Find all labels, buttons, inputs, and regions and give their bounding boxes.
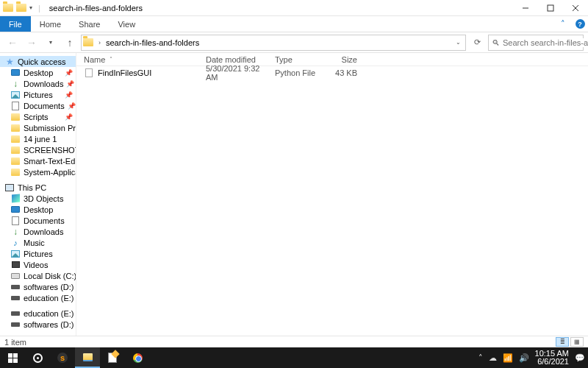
sidebar-header-label: This PC [18,183,46,192]
sidebar-item-this-pc[interactable]: Documents [0,215,76,226]
refresh-button[interactable]: ⟳ [469,35,485,51]
navigation-pane[interactable]: ★ Quick access Desktop📌↓Downloads📌Pictur… [0,53,76,336]
folder-icon [10,124,21,132]
taskbar-clock[interactable]: 10:15 AM 6/6/2021 [535,350,569,366]
folder-icon [10,135,21,144]
folder-icon [10,157,21,166]
sidebar-item-quick-access[interactable]: SCREENSHOTS [0,144,76,155]
sidebar-item-this-pc[interactable]: Videos [0,259,76,270]
sidebar-item-drive[interactable]: softwares (D:) [0,319,76,330]
search-box[interactable]: 🔍︎ [488,35,584,51]
address-bar[interactable]: › search-in-files-and-folders ⌄ [81,35,466,51]
window-title: search-in-files-and-folders [49,4,143,13]
sidebar-item-quick-access[interactable]: Desktop📌 [0,67,76,78]
taskbar-chrome[interactable] [125,347,150,368]
view-details-button[interactable]: ≣ [556,337,569,347]
sidebar-item-quick-access[interactable]: ↓Downloads📌 [0,78,76,89]
sidebar-item-this-pc[interactable]: ♪Music [0,237,76,248]
sidebar-network[interactable]: Network [0,334,76,336]
videos-icon [10,261,21,269]
tray-volume-icon[interactable]: 🔊 [519,353,529,363]
minimize-button[interactable] [513,0,538,16]
tab-view[interactable]: View [109,16,144,32]
column-date[interactable]: Date modified [198,55,268,64]
sidebar-item-quick-access[interactable]: Documents📌 [0,100,76,111]
svg-rect-1 [548,5,553,11]
cortana-icon [33,353,43,363]
taskbar[interactable]: s ˄ ☁ 📶 🔊 10:15 AM 6/6/2021 💬 [0,347,588,368]
nav-back-button[interactable]: ← [4,35,21,51]
tab-home[interactable]: Home [31,16,70,32]
taskbar-cortana[interactable] [25,347,50,368]
maximize-button[interactable] [538,0,563,16]
file-explorer-icon [83,353,93,361]
file-row[interactable]: FindInFilesGUI5/30/2021 9:32 AMPython Fi… [76,66,588,79]
sidebar-item-quick-access[interactable]: 14 june 1 [0,133,76,144]
sidebar-item-label: Desktop [24,68,53,77]
address-path[interactable]: search-in-files-and-folders [106,38,450,47]
taskbar-notepad[interactable] [100,347,125,368]
sidebar-item-quick-access[interactable]: Scripts📌 [0,111,76,122]
address-history-dropdown[interactable]: ⌄ [453,39,464,46]
sidebar-item-this-pc[interactable]: softwares (D:) [0,281,76,292]
sort-indicator-icon: ˄ [110,56,112,63]
sidebar-quick-access[interactable]: ★ Quick access [0,56,76,67]
pin-icon: 📌 [66,80,74,88]
sidebar-header-label: Network [18,336,47,336]
disk-icon [10,272,21,280]
sidebar-item-quick-access[interactable]: Pictures📌 [0,89,76,100]
sidebar-item-label: Music [24,238,45,247]
view-large-icons-button[interactable]: ▦ [570,337,584,347]
pin-icon: 📌 [65,69,73,77]
column-headers[interactable]: Name ˄ Date modified Type Size [76,53,588,66]
column-type[interactable]: Type [268,55,320,64]
nav-forward-button[interactable]: → [24,35,40,51]
tray-wifi-icon[interactable]: 📶 [503,353,513,363]
quick-access-icon: ★ [4,57,15,66]
sidebar-this-pc[interactable]: This PC [0,182,76,193]
documents-icon [10,102,21,110]
pin-icon: 📌 [65,91,73,99]
sidebar-item-label: Pictures [24,250,53,258]
sidebar-item-label: softwares (D:) [24,320,74,329]
help-button[interactable]: ? [572,16,588,32]
notepad-icon [108,353,117,363]
sidebar-item-quick-access[interactable]: Submission Proj📌 [0,122,76,133]
folder-icon [83,38,93,47]
file-tab[interactable]: File [0,16,31,32]
qat-customize-icon[interactable]: ▾ [29,4,32,11]
ribbon-collapse-icon[interactable]: ˄ [554,16,572,32]
taskbar-file-explorer[interactable] [75,347,100,368]
action-center-icon[interactable]: 💬 [575,353,585,363]
sidebar-item-label: Scripts [24,113,49,121]
start-button[interactable] [0,347,25,368]
breadcrumb-chevron-icon[interactable]: › [96,39,103,46]
close-button[interactable] [563,0,588,16]
tab-share[interactable]: Share [70,16,109,32]
sidebar-item-this-pc[interactable]: ↓Downloads [0,226,76,237]
this-pc-icon [4,183,15,192]
sidebar-item-quick-access[interactable]: Smart-Text-Editor [0,155,76,166]
sidebar-item-label: Desktop [24,205,53,214]
sidebar-item-this-pc[interactable]: education (E:) [0,292,76,303]
sidebar-item-this-pc[interactable]: 3D Objects [0,193,76,204]
sidebar-item-label: 14 june 1 [24,135,57,144]
downloads-icon: ↓ [10,79,21,88]
sidebar-item-quick-access[interactable]: System-Application [0,166,76,177]
folder-icon [3,4,13,13]
taskbar-sublime[interactable]: s [50,347,75,368]
sidebar-item-label: Documents [24,216,65,225]
sidebar-item-this-pc[interactable]: Local Disk (C:) [0,270,76,281]
nav-up-button[interactable]: ↑ [62,35,78,51]
drive-icon [10,309,21,318]
sidebar-item-drive[interactable]: education (E:) [0,308,76,319]
folder-icon [10,146,21,155]
column-name[interactable]: Name ˄ [76,55,198,64]
column-size[interactable]: Size [320,55,365,64]
sidebar-item-this-pc[interactable]: Desktop [0,204,76,215]
nav-recent-dropdown[interactable]: ▾ [43,35,59,51]
search-input[interactable] [503,38,588,47]
tray-onedrive-icon[interactable]: ☁ [489,353,497,363]
sidebar-item-this-pc[interactable]: Pictures [0,248,76,259]
tray-overflow-icon[interactable]: ˄ [478,353,483,363]
